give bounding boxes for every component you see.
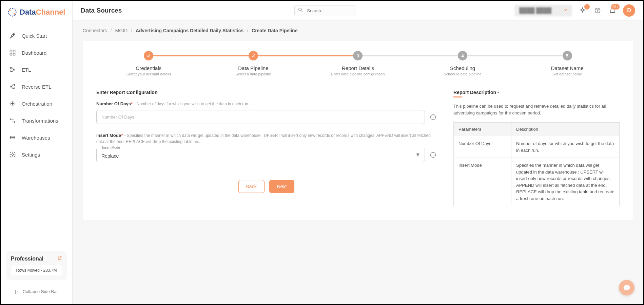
svg-point-15 xyxy=(12,101,13,102)
svg-point-10 xyxy=(14,69,15,70)
step-title: Data Pipeline xyxy=(201,65,306,71)
step-dataset-name[interactable]: 5 Dataset Name Set dataset name xyxy=(515,51,620,76)
sidebar-nav: Quick Start Dashboard ETL Reverse ETL Or… xyxy=(1,27,72,246)
sidebar-item-quick-start[interactable]: Quick Start xyxy=(1,27,72,44)
info-icon[interactable] xyxy=(430,114,436,121)
insert-mode-select[interactable]: Insert Mode Replace ▼ xyxy=(96,148,425,162)
step-credentials[interactable]: Credentials Select your account details xyxy=(96,51,201,76)
info-icon[interactable] xyxy=(430,151,436,158)
back-button[interactable]: Back xyxy=(238,180,265,193)
sidebar-item-warehouses[interactable]: Warehouses xyxy=(1,129,72,146)
check-icon xyxy=(144,51,153,60)
breadcrumb-item[interactable]: Connectors xyxy=(83,28,107,33)
breadcrumb-item[interactable]: MGID xyxy=(115,28,128,33)
brand-text-1: Data xyxy=(20,8,36,17)
topbar: Data Sources ████ ████ 1 xyxy=(73,1,643,20)
description-underline xyxy=(453,96,462,97)
table-row: Number Of Days Number of days for which … xyxy=(454,136,620,158)
days-label: Number Of Days* xyxy=(96,101,133,106)
number-of-days-input[interactable] xyxy=(96,110,425,124)
sidebar-item-label: Dashboard xyxy=(22,50,46,56)
parameters-table: Parameters Description Number Of Days Nu… xyxy=(453,122,620,206)
step-title: Report Details xyxy=(306,65,410,71)
next-button[interactable]: Next xyxy=(269,180,295,193)
step-number: 4 xyxy=(458,51,467,60)
sidebar-item-label: Orchestration xyxy=(22,101,52,107)
form-column: Enter Report Configuration Number Of Day… xyxy=(96,90,436,193)
svg-point-13 xyxy=(10,86,11,87)
sidebar-item-label: ETL xyxy=(22,67,31,73)
collapse-label: Collapse Side Bar xyxy=(23,289,58,294)
step-data-pipeline[interactable]: Data Pipeline Select a data pipeline xyxy=(201,51,306,76)
search-input[interactable] xyxy=(294,5,355,16)
sidebar-item-label: Transformations xyxy=(22,118,58,124)
sidebar-item-label: Warehouses xyxy=(22,135,50,141)
rocket-icon xyxy=(9,32,16,39)
sidebar: DataChannel Quick Start Dashboard ETL Re… xyxy=(1,1,73,304)
collapse-sidebar-button[interactable]: |← Collapse Side Bar xyxy=(1,286,72,298)
sparkle-button[interactable]: 1 xyxy=(578,6,587,15)
breadcrumb: Connectors / MGID / Advertising Campaign… xyxy=(73,20,643,37)
step-sub: Set dataset name xyxy=(515,72,620,76)
sidebar-item-label: Settings xyxy=(22,152,40,158)
step-sub: Schedule data pipeline xyxy=(410,72,515,76)
help-button[interactable] xyxy=(593,6,602,15)
mode-label: Insert Mode* xyxy=(96,133,123,138)
param-desc: Number of days for which you wish to get… xyxy=(511,136,620,158)
sidebar-item-etl[interactable]: ETL xyxy=(1,61,72,78)
step-sub: Enter data pipeline configuration xyxy=(306,72,410,76)
breadcrumb-item[interactable]: Advertising Campaigns Detailed Daily Sta… xyxy=(136,28,243,33)
sidebar-item-label: Quick Start xyxy=(22,33,47,39)
search-wrap xyxy=(294,5,355,16)
step-scheduling[interactable]: 4 Scheduling Schedule data pipeline xyxy=(410,51,515,76)
svg-point-18 xyxy=(12,154,14,156)
svg-rect-7 xyxy=(13,53,15,55)
divider xyxy=(96,171,436,171)
collapse-icon: |← xyxy=(15,289,20,294)
description-title: Report Description - xyxy=(453,90,620,95)
sidebar-item-settings[interactable]: Settings xyxy=(1,146,72,163)
brand-logo[interactable]: DataChannel xyxy=(1,7,72,27)
brand-text-2: Channel xyxy=(36,8,65,17)
svg-rect-4 xyxy=(10,50,12,52)
plan-box: Professional Rows Moved - 283.7M xyxy=(6,251,67,280)
warehouse-icon xyxy=(9,134,16,141)
svg-point-2 xyxy=(14,13,15,15)
svg-point-12 xyxy=(14,88,15,89)
avatar[interactable]: D xyxy=(623,4,635,17)
param-name: Insert Mode xyxy=(454,158,511,206)
sidebar-item-orchestration[interactable]: Orchestration xyxy=(1,95,72,112)
sidebar-item-reverse-etl[interactable]: Reverse ETL xyxy=(1,78,72,95)
sparkle-badge: 1 xyxy=(584,4,590,10)
svg-point-3 xyxy=(13,35,14,35)
svg-point-0 xyxy=(8,8,16,16)
step-sub: Select your account details xyxy=(96,72,201,76)
svg-point-1 xyxy=(9,10,11,11)
orchestration-icon xyxy=(9,100,16,107)
sidebar-item-transformations[interactable]: Transformations xyxy=(1,112,72,129)
search-icon xyxy=(298,7,303,14)
chat-fab[interactable] xyxy=(619,280,635,295)
form-section-title: Enter Report Configuration xyxy=(96,90,436,95)
param-name: Number Of Days xyxy=(454,136,511,158)
check-icon xyxy=(249,51,258,60)
description-column: Report Description - This pipeline can b… xyxy=(453,90,620,206)
svg-point-11 xyxy=(14,84,15,85)
stepper: Credentials Select your account details … xyxy=(96,51,620,76)
caret-down-icon: ▼ xyxy=(415,152,421,158)
sidebar-item-dashboard[interactable]: Dashboard xyxy=(1,44,72,61)
svg-point-16 xyxy=(14,103,15,104)
brand-logo-icon xyxy=(7,7,17,17)
table-row: Insert Mode Specifies the manner in whic… xyxy=(454,158,620,206)
step-report-details[interactable]: 3 Report Details Enter data pipeline con… xyxy=(306,51,410,76)
step-number: 3 xyxy=(353,51,363,60)
notifications-button[interactable]: 99+ xyxy=(608,6,617,15)
description-text: This pipeline can be used to request and… xyxy=(453,103,620,116)
svg-point-17 xyxy=(12,105,13,106)
step-title: Scheduling xyxy=(410,65,515,71)
page-title: Data Sources xyxy=(81,7,122,14)
external-link-icon[interactable] xyxy=(57,256,62,262)
org-selector[interactable]: ████ ████ xyxy=(514,5,572,16)
table-header-parameters: Parameters xyxy=(454,123,511,136)
reverse-etl-icon xyxy=(9,83,16,90)
